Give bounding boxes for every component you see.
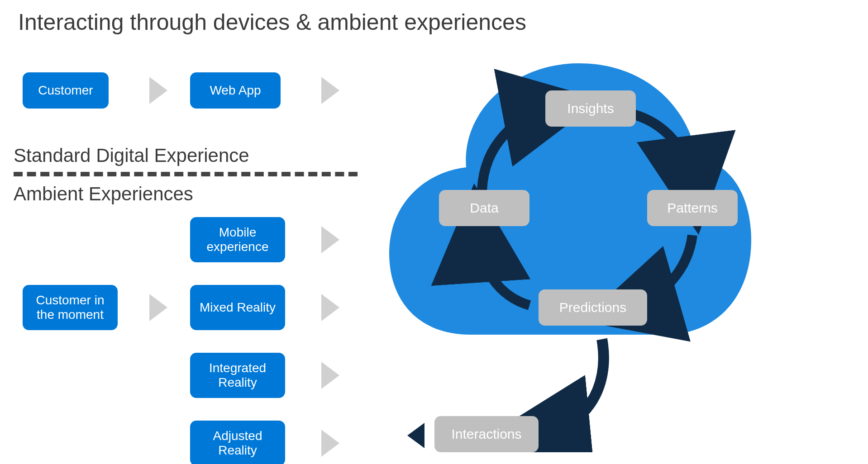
chevron-right-icon <box>149 294 167 321</box>
box-integrated-reality: Integrated Reality <box>190 353 285 398</box>
box-patterns: Patterns <box>647 190 738 226</box>
box-adjusted-reality: Adjusted Reality <box>190 421 285 464</box>
box-predictions: Predictions <box>539 289 647 326</box>
box-customer: Customer <box>23 72 109 109</box>
page-title: Interacting through devices & ambient ex… <box>18 9 526 35</box>
box-data: Data <box>439 190 529 226</box>
chevron-right-icon <box>321 294 339 321</box>
divider <box>14 172 358 176</box>
chevron-left-icon <box>407 423 424 448</box>
box-webapp: Web App <box>190 72 281 109</box>
section-standard-label: Standard Digital Experience <box>14 145 249 166</box>
box-insights: Insights <box>545 90 636 127</box>
chevron-right-icon <box>321 77 339 104</box>
section-ambient-label: Ambient Experiences <box>14 183 193 205</box>
box-mixed-reality: Mixed Reality <box>190 285 285 330</box>
box-mobile-experience: Mobile experience <box>190 217 285 262</box>
chevron-right-icon <box>321 362 339 389</box>
chevron-right-icon <box>321 430 339 457</box>
box-interactions: Interactions <box>434 416 539 452</box>
cloud-diagram: Insights Patterns Predictions Data <box>389 54 742 362</box>
chevron-right-icon <box>149 77 167 104</box>
box-customer-moment: Customer in the moment <box>23 285 118 330</box>
chevron-right-icon <box>321 226 339 253</box>
